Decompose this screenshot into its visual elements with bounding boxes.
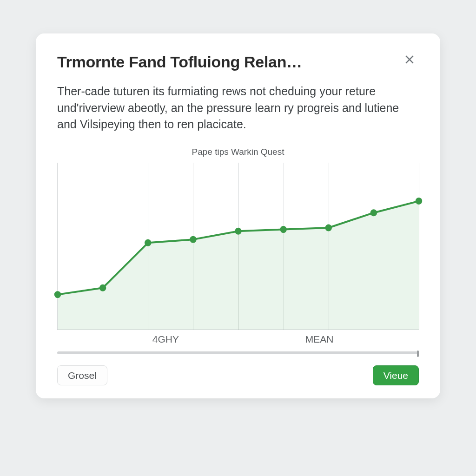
chart-svg <box>58 163 419 330</box>
chart-data-point <box>54 291 61 298</box>
chart-data-point <box>190 236 197 243</box>
chart-title: Pape tips Warkin Quest <box>57 147 419 157</box>
chart-x-tick-label: 4GHY <box>152 334 179 345</box>
cancel-button[interactable]: Grosel <box>57 365 107 385</box>
chart-data-point <box>370 209 377 216</box>
chart-scrollbar-thumb[interactable] <box>417 350 419 357</box>
chart-container: Pape tips Warkin Quest 4GHYMEAN <box>57 147 419 354</box>
chart-data-point <box>99 284 106 291</box>
chart-plot-area <box>57 163 419 330</box>
chart-gridline <box>419 163 419 330</box>
chart-x-axis-labels: 4GHYMEAN <box>57 334 419 349</box>
primary-action-button[interactable]: Vieue <box>373 365 419 385</box>
chart-scrollbar[interactable] <box>57 351 419 354</box>
chart-x-tick-label: MEAN <box>305 334 334 345</box>
chart-data-point <box>416 198 423 205</box>
close-icon <box>403 53 416 67</box>
modal-title: Trmornte Fand Tofluiong Relan… <box>57 53 302 71</box>
modal-description: Ther-cade tuturen its furmiating rews no… <box>57 83 419 133</box>
modal-dialog: Trmornte Fand Tofluiong Relan… Ther-cade… <box>36 33 440 398</box>
modal-footer: Grosel Vieue <box>57 365 419 385</box>
chart-data-point <box>280 226 287 233</box>
modal-header: Trmornte Fand Tofluiong Relan… <box>57 53 419 71</box>
chart-data-point <box>145 239 152 246</box>
chart-area-fill <box>58 201 419 329</box>
close-button[interactable] <box>400 51 419 70</box>
chart-data-point <box>325 224 332 231</box>
chart-data-point <box>235 227 242 234</box>
